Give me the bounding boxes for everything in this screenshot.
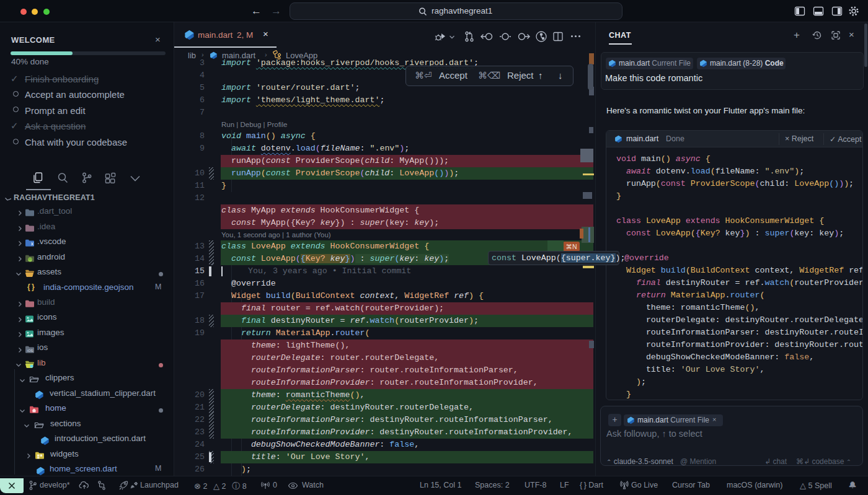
svg-text:iOS: iOS [27, 349, 33, 353]
